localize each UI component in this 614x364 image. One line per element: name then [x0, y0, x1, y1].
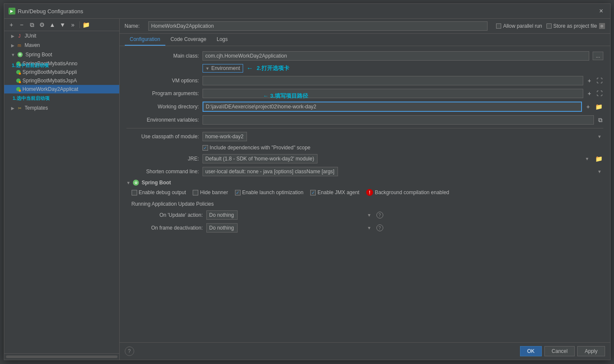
bg-compilation-item[interactable]: ! Background compilation enabled: [366, 189, 449, 196]
add-config-button[interactable]: +: [7, 20, 16, 29]
cancel-button[interactable]: Cancel: [544, 346, 575, 356]
action-buttons: OK Cancel Apply: [520, 346, 605, 356]
update-action-help-icon[interactable]: ?: [376, 212, 383, 218]
name-bar: Name: Allow parallel run Store as projec…: [120, 19, 610, 34]
enable-launch-item[interactable]: Enable launch optimization: [235, 189, 303, 195]
env-vars-input[interactable]: [203, 115, 594, 125]
allow-parallel-label: Allow parallel run: [503, 23, 542, 29]
down-config-button[interactable]: ▼: [58, 20, 68, 29]
springboot-expand-arrow: ▼: [11, 52, 15, 57]
sidebar-item-item4-label: HomeWorkDay2Applicat: [23, 86, 79, 92]
help-button[interactable]: ?: [125, 347, 134, 356]
sidebar-item-templates[interactable]: ▶ ✂ Templates: [4, 103, 119, 113]
hide-banner-item[interactable]: Hide banner: [193, 189, 228, 195]
store-project-group[interactable]: Store as project file ⚙: [546, 23, 605, 29]
item4-icon: [16, 87, 21, 91]
templates-expand-arrow: ▶: [11, 106, 15, 111]
main-class-row: Main class: ...: [126, 51, 603, 61]
update-action-label: On 'Update' action:: [137, 212, 203, 218]
hide-banner-checkbox[interactable]: [193, 190, 198, 195]
env-vars-browse-button[interactable]: ⧉: [597, 116, 603, 124]
env-vars-row: Environment variables: ⧉: [126, 115, 603, 125]
allow-parallel-checkbox[interactable]: [496, 23, 501, 29]
program-args-input[interactable]: [203, 89, 584, 98]
sidebar-item-item2[interactable]: SpringBootMybatisAppli: [4, 68, 119, 76]
settings-config-button[interactable]: ⚙: [38, 20, 47, 29]
sidebar-item-maven[interactable]: ▶ m Maven: [4, 41, 119, 50]
jre-select-wrapper: Default (1.8 - SDK of 'home-work-day2' m…: [203, 154, 591, 163]
top-bar-right: Allow parallel run Store as project file…: [496, 23, 605, 29]
classpath-select[interactable]: home-work-day2: [203, 132, 247, 141]
sidebar-scrollbar[interactable]: [6, 355, 118, 358]
update-action-select[interactable]: Do nothing: [206, 210, 238, 220]
include-deps-label: Include dependencies with "Provided" sco…: [210, 145, 311, 151]
sidebar-item-item1[interactable]: SpringBootMybatisAnno: [4, 59, 119, 68]
enable-launch-label: Enable launch optimization: [242, 189, 303, 195]
include-deps-checkbox-group[interactable]: Include dependencies with "Provided" sco…: [203, 145, 311, 151]
maven-expand-arrow: ▶: [11, 43, 15, 48]
item3-icon: [16, 79, 21, 83]
program-args-expand-button[interactable]: ⛶: [596, 90, 603, 97]
sidebar-item-springboot[interactable]: ▼ ✿ Spring Boot: [4, 50, 119, 59]
program-args-plus-button[interactable]: +: [587, 90, 592, 97]
frame-deactivation-select[interactable]: Do nothing: [206, 223, 238, 233]
vm-options-input[interactable]: [203, 76, 584, 85]
up-config-button[interactable]: ▲: [48, 20, 57, 29]
title-bar: ▶ Run/Debug Configurations ×: [4, 4, 610, 19]
dialog-title: Run/Debug Configurations: [18, 8, 83, 15]
close-button[interactable]: ×: [596, 6, 605, 16]
more-config-button[interactable]: »: [68, 20, 78, 29]
remove-config-button[interactable]: −: [17, 20, 26, 29]
sidebar-item-templates-label: Templates: [25, 105, 48, 111]
main-class-browse-button[interactable]: ...: [593, 52, 603, 60]
ok-button[interactable]: OK: [520, 346, 542, 356]
bg-compilation-badge: !: [366, 189, 373, 196]
update-action-select-wrapper: Do nothing: [206, 210, 373, 220]
main-class-label: Main class:: [126, 53, 199, 59]
jre-row: JRE: Default (1.8 - SDK of 'home-work-da…: [126, 154, 603, 163]
vm-options-row: VM options: + ⛶: [126, 76, 603, 85]
spring-boot-section: ▼ ✿ Spring Boot Enable debug output Hide…: [126, 180, 603, 196]
tab-logs[interactable]: Logs: [212, 34, 233, 46]
main-class-input[interactable]: [203, 51, 590, 61]
include-deps-checkbox[interactable]: [203, 145, 208, 151]
sidebar-item-junit[interactable]: ▶ J JUnit: [4, 31, 119, 41]
vm-options-expand-button[interactable]: ⛶: [596, 77, 603, 84]
enable-jmx-item[interactable]: Enable JMX agent: [310, 189, 359, 195]
environment-expand-button[interactable]: ▼ Environment: [203, 64, 243, 73]
working-dir-browse-button[interactable]: 📁: [594, 103, 603, 110]
policies-title: Running Application Update Policies: [126, 201, 603, 207]
name-input[interactable]: [148, 21, 488, 31]
env-arrow: ←: [247, 64, 253, 72]
tab-configuration[interactable]: Configuration: [125, 34, 165, 46]
title-bar-left: ▶ Run/Debug Configurations: [9, 8, 83, 15]
store-project-checkbox[interactable]: [546, 23, 552, 29]
sidebar-item-junit-label: JUnit: [25, 33, 36, 39]
sidebar-item-item4[interactable]: HomeWorkDay2Applicat: [4, 85, 119, 93]
tab-code-coverage[interactable]: Code Coverage: [165, 34, 212, 46]
jre-select[interactable]: Default (1.8 - SDK of 'home-work-day2' m…: [203, 154, 317, 163]
jre-browse-button[interactable]: 📁: [594, 155, 603, 162]
working-dir-plus-button[interactable]: +: [585, 103, 590, 110]
sidebar-item-springboot-label: Spring Boot: [25, 52, 52, 58]
enable-debug-item[interactable]: Enable debug output: [132, 189, 186, 195]
name-label: Name:: [125, 23, 140, 29]
right-panel: Name: Allow parallel run Store as projec…: [120, 19, 610, 360]
copy-config-button[interactable]: ⧉: [27, 20, 37, 29]
vm-options-plus-button[interactable]: +: [587, 77, 592, 84]
enable-debug-checkbox[interactable]: [132, 190, 137, 195]
allow-parallel-group[interactable]: Allow parallel run: [496, 23, 542, 29]
apply-button[interactable]: Apply: [577, 346, 605, 356]
store-settings-icon[interactable]: ⚙: [599, 23, 605, 29]
enable-launch-checkbox[interactable]: [235, 190, 241, 195]
frame-deactivation-help-icon[interactable]: ?: [376, 224, 383, 231]
junit-expand-arrow: ▶: [11, 34, 15, 38]
sidebar-item-item1-label: SpringBootMybatisAnno: [23, 61, 78, 67]
working-dir-input[interactable]: [203, 102, 582, 112]
folder-config-button[interactable]: 📁: [82, 20, 91, 29]
sidebar-item-item3[interactable]: SpringBootMybatisJspA: [4, 76, 119, 85]
hide-banner-label: Hide banner: [200, 189, 228, 195]
shorten-cmd-select[interactable]: user-local default: none - java [options…: [203, 167, 338, 176]
springboot-icon: ✿: [17, 51, 24, 58]
enable-jmx-checkbox[interactable]: [310, 190, 316, 195]
